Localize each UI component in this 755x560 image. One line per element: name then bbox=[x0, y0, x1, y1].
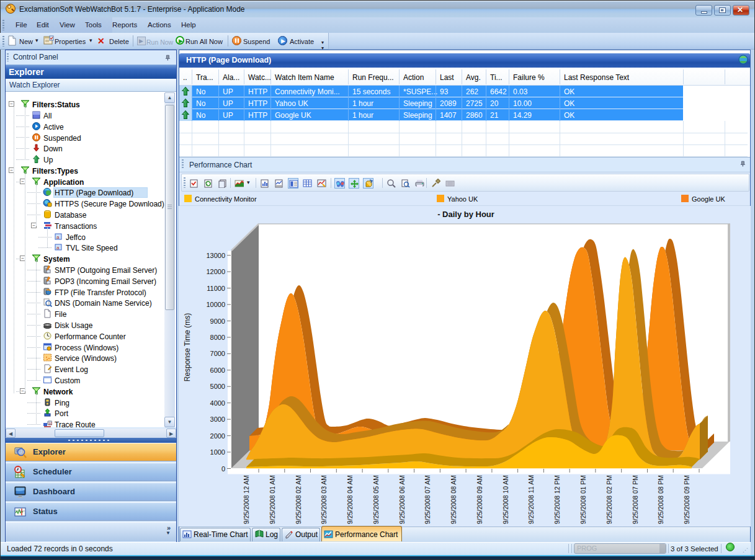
svg-text:9/25/2008 03 AM: 9/25/2008 03 AM bbox=[320, 475, 328, 524]
svg-text:9/25/2008 05 AM: 9/25/2008 05 AM bbox=[372, 475, 380, 524]
svg-text:10000: 10000 bbox=[206, 301, 225, 308]
svg-text:3000: 3000 bbox=[210, 416, 225, 423]
svg-text:9/25/2008 04 AM: 9/25/2008 04 AM bbox=[346, 475, 354, 524]
svg-text:10: 10 bbox=[48, 422, 52, 425]
svg-text:6000: 6000 bbox=[210, 367, 225, 374]
svg-text:9/25/2008 02 PM: 9/25/2008 02 PM bbox=[605, 475, 613, 524]
svg-text:a: a bbox=[56, 245, 60, 251]
svg-text:9/25/2008 09 PM: 9/25/2008 09 PM bbox=[683, 475, 690, 524]
svg-text:9/25/2008 01 AM: 9/25/2008 01 AM bbox=[269, 475, 276, 524]
svg-text:9/25/2008 07 AM: 9/25/2008 07 AM bbox=[424, 475, 431, 524]
svg-text:8000: 8000 bbox=[210, 334, 225, 341]
svg-text:9/25/2008 06 AM: 9/25/2008 06 AM bbox=[398, 475, 406, 524]
svg-text:9/25/2008 01 PM: 9/25/2008 01 PM bbox=[579, 475, 587, 524]
svg-text:9/25/2008 10 AM: 9/25/2008 10 AM bbox=[502, 475, 509, 524]
svg-text:9/25/2008 09 AM: 9/25/2008 09 AM bbox=[476, 475, 483, 524]
svg-text:9/25/2008 12 AM: 9/25/2008 12 AM bbox=[243, 475, 250, 524]
svg-text:Response Time (ms): Response Time (ms) bbox=[183, 313, 192, 382]
svg-text:7000: 7000 bbox=[210, 350, 225, 357]
svg-text:9/25/2008 08 PM: 9/25/2008 08 PM bbox=[657, 475, 664, 524]
svg-text:0: 0 bbox=[221, 465, 225, 473]
svg-text:1000: 1000 bbox=[210, 448, 225, 456]
svg-text:- Daily by Hour: - Daily by Hour bbox=[437, 210, 494, 219]
svg-text:9/25/2008 07 PM: 9/25/2008 07 PM bbox=[632, 475, 639, 524]
svg-text:9000: 9000 bbox=[210, 318, 225, 325]
svg-text:9/25/2008 08 AM: 9/25/2008 08 AM bbox=[450, 475, 457, 524]
svg-text:11000: 11000 bbox=[207, 285, 225, 292]
svg-text:9/25/2008 11 AM: 9/25/2008 11 AM bbox=[527, 475, 535, 524]
svg-text:5000: 5000 bbox=[210, 383, 225, 390]
svg-text:2000: 2000 bbox=[210, 432, 225, 440]
svg-text:13000: 13000 bbox=[206, 252, 225, 259]
svg-text:9/25/2008 12 PM: 9/25/2008 12 PM bbox=[553, 475, 561, 524]
svg-text:9/25/2008 02 AM: 9/25/2008 02 AM bbox=[295, 475, 302, 524]
svg-text:12000: 12000 bbox=[206, 268, 225, 275]
svg-text:4000: 4000 bbox=[210, 399, 225, 407]
svg-text:a: a bbox=[56, 234, 60, 240]
